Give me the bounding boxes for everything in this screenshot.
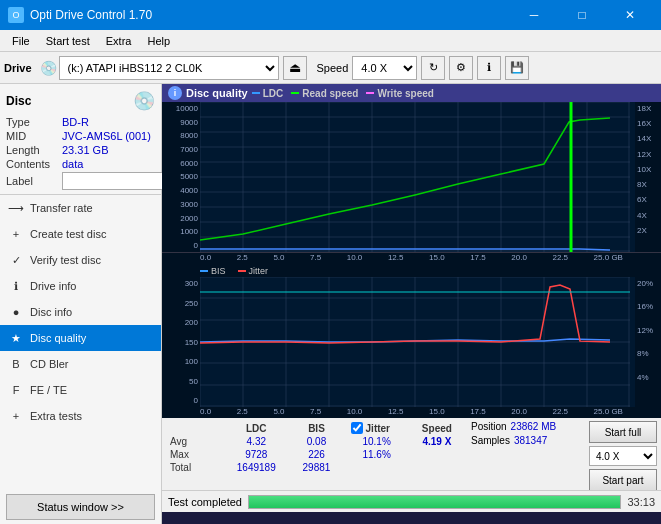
chart1-yr-blank <box>637 241 639 250</box>
speed-dropdown[interactable]: 4.0 X <box>589 446 657 466</box>
disc-length-label: Length <box>6 144 62 156</box>
sidebar-label-disc-quality: Disc quality <box>30 332 86 344</box>
max-bis: 226 <box>286 448 346 461</box>
sidebar-label-fe-te: FE / TE <box>30 384 67 396</box>
main-area: Disc 💿 Type BD-R MID JVC-AMS6L (001) Len… <box>0 84 661 524</box>
chart1-x-75: 7.5 <box>310 253 321 262</box>
sidebar-label-cd-bler: CD Bler <box>30 358 69 370</box>
chart1-yr-18x: 18X <box>637 104 651 113</box>
sidebar: Disc 💿 Type BD-R MID JVC-AMS6L (001) Len… <box>0 84 162 524</box>
stats-table: LDC BIS Jitter Speed <box>166 421 467 474</box>
disc-panel-icon[interactable]: 💿 <box>133 90 155 112</box>
sidebar-label-create-test-disc: Create test disc <box>30 228 106 240</box>
chart2-header: BIS Jitter <box>162 264 661 277</box>
max-ldc: 9728 <box>226 448 286 461</box>
status-time: 33:13 <box>627 496 655 508</box>
menu-bar: File Start test Extra Help <box>0 30 661 52</box>
progress-bar-fill <box>249 496 620 508</box>
info-button[interactable]: ℹ <box>477 56 501 80</box>
position-value: 23862 MB <box>511 421 557 432</box>
settings-button[interactable]: ⚙ <box>449 56 473 80</box>
jitter-checkbox[interactable] <box>351 422 363 434</box>
sidebar-item-disc-info[interactable]: ● Disc info <box>0 299 161 325</box>
drive-icon: 💿 <box>40 60 57 76</box>
sidebar-item-extra-tests[interactable]: + Extra tests <box>0 403 161 429</box>
chart2-y-0: 0 <box>194 396 198 405</box>
status-bar: Test completed 33:13 <box>162 490 661 512</box>
chart2-y-50: 50 <box>189 377 198 386</box>
samples-value: 381347 <box>514 435 547 446</box>
maximize-button[interactable]: □ <box>559 0 605 30</box>
position-label: Position <box>471 421 507 432</box>
speed-select[interactable]: 4.0 X <box>352 56 417 80</box>
col-header-speed: Speed <box>407 421 467 435</box>
start-full-button[interactable]: Start full <box>589 421 657 443</box>
chart1-y-labels-left: 10000 9000 8000 7000 6000 5000 4000 3000… <box>162 102 200 252</box>
legend-jitter-dot <box>238 270 246 272</box>
chart1-y-5000: 5000 <box>180 172 198 181</box>
avg-jitter: 10.1% <box>347 435 407 448</box>
menu-extra[interactable]: Extra <box>98 31 140 51</box>
transfer-rate-icon: ⟶ <box>8 200 24 216</box>
chart1-y-6000: 6000 <box>180 159 198 168</box>
drive-info-icon: ℹ <box>8 278 24 294</box>
close-button[interactable]: ✕ <box>607 0 653 30</box>
chart2-y-200: 200 <box>185 318 198 327</box>
legend-jitter: Jitter <box>238 266 269 276</box>
legend-bis-label: BIS <box>211 266 226 276</box>
title-bar: O Opti Drive Control 1.70 ─ □ ✕ <box>0 0 661 30</box>
sidebar-item-disc-quality[interactable]: ★ Disc quality <box>0 325 161 351</box>
disc-type-field: Type BD-R <box>6 116 155 128</box>
save-button[interactable]: 💾 <box>505 56 529 80</box>
menu-help[interactable]: Help <box>139 31 178 51</box>
max-label: Max <box>166 448 226 461</box>
sidebar-item-cd-bler[interactable]: B CD Bler <box>0 351 161 377</box>
progress-bar <box>248 495 621 509</box>
stats-total-row: Total 1649189 29881 <box>166 461 467 474</box>
chart2-x-125: 12.5 <box>388 407 404 416</box>
disc-info-icon: ● <box>8 304 24 320</box>
speed-label: Speed <box>317 62 349 74</box>
create-test-disc-icon: + <box>8 226 24 242</box>
nav-items: ⟶ Transfer rate + Create test disc ✓ Ver… <box>0 195 161 490</box>
sidebar-item-transfer-rate[interactable]: ⟶ Transfer rate <box>0 195 161 221</box>
disc-panel: Disc 💿 Type BD-R MID JVC-AMS6L (001) Len… <box>0 84 161 195</box>
status-window-button[interactable]: Status window >> <box>6 494 155 520</box>
app-title: Opti Drive Control 1.70 <box>30 8 152 22</box>
cd-bler-icon: B <box>8 356 24 372</box>
chart1-x-200: 20.0 <box>511 253 527 262</box>
drive-select[interactable]: (k:) ATAPI iHBS112 2 CL0K <box>59 56 279 80</box>
position-row: Position 23862 MB <box>471 421 581 432</box>
col-header-jitter-check: Jitter <box>347 421 407 435</box>
title-bar-controls: ─ □ ✕ <box>511 0 653 30</box>
sidebar-item-verify-test-disc[interactable]: ✓ Verify test disc <box>0 247 161 273</box>
legend-write: Write speed <box>366 88 434 99</box>
sidebar-item-drive-info[interactable]: ℹ Drive info <box>0 273 161 299</box>
menu-file[interactable]: File <box>4 31 38 51</box>
chart1-yr-10x: 10X <box>637 165 651 174</box>
sidebar-item-fe-te[interactable]: F FE / TE <box>0 377 161 403</box>
chart-header: i Disc quality LDC Read speed Write spee… <box>162 84 661 102</box>
chart1-y-3000: 3000 <box>180 200 198 209</box>
chart1-yr-16x: 16X <box>637 119 651 128</box>
col-header-empty <box>166 421 226 435</box>
refresh-button[interactable]: ↻ <box>421 56 445 80</box>
start-part-button[interactable]: Start part <box>589 469 657 491</box>
legend-bis-dot <box>200 270 208 272</box>
chart1-x-125: 12.5 <box>388 253 404 262</box>
eject-button[interactable]: ⏏ <box>283 56 307 80</box>
disc-contents-field: Contents data <box>6 158 155 170</box>
chart1-yr-8x: 8X <box>637 180 647 189</box>
legend-write-dot <box>366 92 374 94</box>
disc-type-label: Type <box>6 116 62 128</box>
sidebar-label-drive-info: Drive info <box>30 280 76 292</box>
chart1-svg <box>200 102 635 252</box>
chart1-x-100: 10.0 <box>347 253 363 262</box>
legend-ldc: LDC <box>252 88 284 99</box>
minimize-button[interactable]: ─ <box>511 0 557 30</box>
chart1-yr-2x: 2X <box>637 226 647 235</box>
chart2-y-150: 150 <box>185 338 198 347</box>
sidebar-item-create-test-disc[interactable]: + Create test disc <box>0 221 161 247</box>
chart1-yr-4x: 4X <box>637 211 647 220</box>
menu-start-test[interactable]: Start test <box>38 31 98 51</box>
